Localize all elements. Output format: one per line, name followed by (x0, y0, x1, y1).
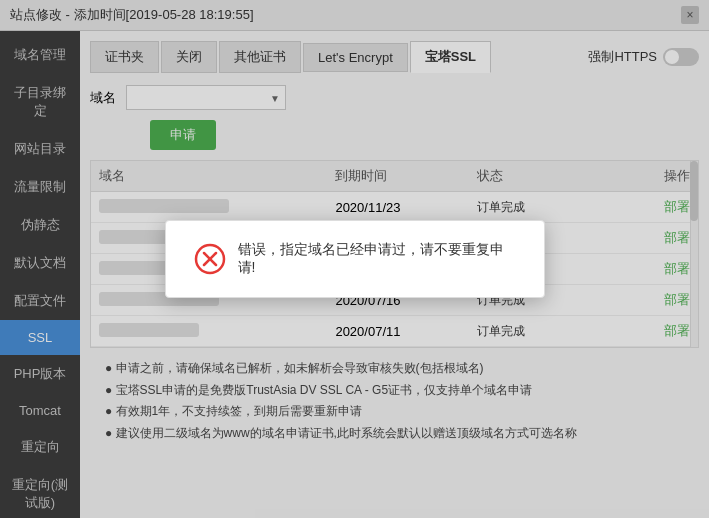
error-message: 错误，指定域名已经申请过，请不要重复申请! (238, 241, 516, 277)
error-dialog: 错误，指定域名已经申请过，请不要重复申请! (165, 220, 545, 298)
error-overlay: 错误，指定域名已经申请过，请不要重复申请! (0, 0, 709, 518)
error-icon (194, 243, 226, 275)
main-window: 站点修改 - 添加时间[2019-05-28 18:19:55] × 域名管理子… (0, 0, 709, 518)
